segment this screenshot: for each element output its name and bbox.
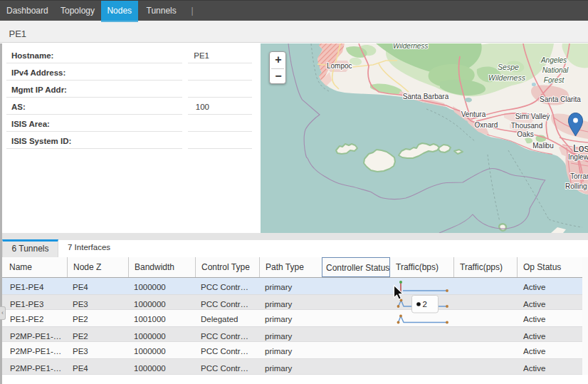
svg-text:Oxnard: Oxnard (475, 121, 498, 129)
svg-text:Lompoc: Lompoc (327, 62, 352, 70)
svg-text:Santa Barbara: Santa Barbara (403, 93, 449, 100)
svg-text:Oaks: Oaks (517, 130, 533, 138)
svg-text:Ventura: Ventura (461, 110, 486, 118)
svg-text:Torran: Torran (570, 172, 588, 180)
svg-text:National: National (542, 66, 569, 74)
svg-text:Sespe: Sespe (498, 63, 519, 71)
svg-text:Malibu: Malibu (532, 142, 553, 150)
svg-text:Santa Clarita: Santa Clarita (540, 95, 581, 103)
svg-text:Angeles: Angeles (540, 56, 567, 64)
svg-text:Wilderness: Wilderness (393, 43, 428, 50)
svg-text:Los A: Los A (573, 142, 588, 154)
svg-text:2: 2 (423, 300, 427, 308)
svg-text:Simi Valley: Simi Valley (515, 113, 550, 120)
svg-text:Forest: Forest (544, 76, 565, 84)
svg-text:Inglewo: Inglewo (568, 153, 588, 161)
svg-text:Rolling H: Rolling H (565, 182, 588, 190)
svg-text:Wilderness: Wilderness (488, 73, 526, 82)
svg-text:Thousand: Thousand (511, 122, 542, 130)
